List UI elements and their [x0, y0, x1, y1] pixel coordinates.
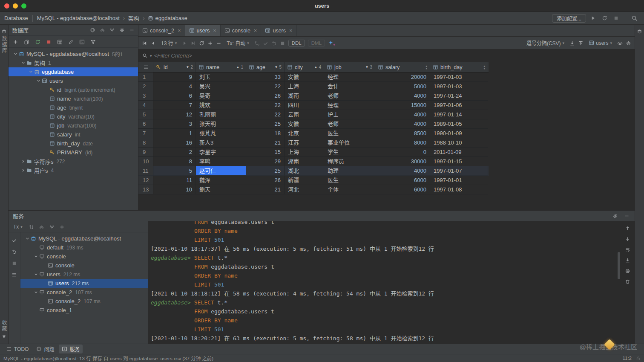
- chevron-down-icon[interactable]: [32, 290, 39, 295]
- minimize-window-button[interactable]: [13, 3, 18, 9]
- globe-icon[interactable]: [90, 27, 95, 33]
- console-scrollbar[interactable]: [617, 221, 621, 344]
- row-number[interactable]: 4: [138, 101, 153, 110]
- tree-item-age[interactable]: age tinyint: [9, 103, 138, 112]
- table-row[interactable]: 512孔丽丽22云南护士40001997-01-14: [138, 110, 489, 119]
- cell-birth_day[interactable]: 1997-01-15: [430, 157, 488, 166]
- ai-assistant-icon[interactable]: [328, 40, 336, 46]
- filter-history-icon[interactable]: ▾: [150, 54, 152, 58]
- add-row-icon[interactable]: [207, 40, 213, 46]
- cell-salary[interactable]: 4000: [375, 119, 430, 129]
- row-number[interactable]: 9: [138, 148, 153, 157]
- expand-all-icon[interactable]: [49, 223, 55, 229]
- cell-city[interactable]: 江苏: [285, 138, 324, 148]
- chevron-down-icon[interactable]: [35, 78, 42, 84]
- cell-birth_day[interactable]: 1988-10-10: [430, 138, 488, 148]
- cell-id[interactable]: 1: [153, 129, 196, 138]
- column-header-age[interactable]: age ▼5: [246, 62, 285, 72]
- console-output[interactable]: FROM eggdatabase.users t ORDER BY name L…: [148, 221, 635, 344]
- chevron-right-icon[interactable]: [20, 159, 26, 164]
- table-row[interactable]: 115赵可仁25湖北助理40001997-01-07: [138, 166, 489, 176]
- row-number[interactable]: 2: [138, 82, 153, 91]
- page-size-dropdown[interactable]: 13 行▾: [159, 38, 179, 47]
- scroll-up-icon[interactable]: [625, 225, 630, 231]
- table-row[interactable]: 47姚欢22四川经理150001997-01-06: [138, 101, 489, 110]
- cell-name[interactable]: 新人3: [196, 138, 246, 148]
- cell-salary[interactable]: 4000: [375, 166, 430, 176]
- cell-city[interactable]: 湖南: [285, 91, 324, 101]
- cell-age[interactable]: 25: [246, 119, 285, 129]
- cell-id[interactable]: 5: [153, 166, 196, 176]
- toolwindow-tab-database-changes[interactable]: [635, 29, 644, 34]
- table-row[interactable]: 92李星宇15上海学生02011-01-09: [138, 148, 489, 157]
- chevron-down-icon[interactable]: [32, 254, 39, 259]
- chevron-down-icon[interactable]: [24, 236, 31, 241]
- tree-item-users[interactable]: users: [9, 76, 138, 85]
- zoom-window-button[interactable]: [21, 3, 26, 9]
- collapse-all-icon[interactable]: [100, 27, 105, 33]
- add-configuration-button[interactable]: 添加配置...: [552, 14, 586, 23]
- cell-age[interactable]: 29: [246, 157, 285, 166]
- table-row[interactable]: 63张天明25安徽老师40001989-01-05: [138, 119, 489, 129]
- cell-job[interactable]: 老师: [324, 119, 375, 129]
- tree-item-id[interactable]: id bigint (auto increment): [9, 85, 138, 94]
- cell-id[interactable]: 2: [153, 148, 196, 157]
- tree-item-console_2[interactable]: console_2 107 ms: [20, 288, 148, 297]
- first-page-icon[interactable]: [142, 40, 147, 46]
- status-message[interactable]: MySQL - eggdatabase@localhost: 13 行 保存 自…: [3, 355, 213, 362]
- view-data-icon[interactable]: [57, 38, 63, 45]
- export-format-dropdown[interactable]: 逗号分隔(CSV)▾: [524, 38, 566, 47]
- row-number[interactable]: 12: [138, 176, 153, 185]
- row-number[interactable]: 11: [138, 166, 153, 176]
- cell-name[interactable]: 李鸣: [196, 157, 246, 166]
- cell-id[interactable]: 11: [153, 176, 196, 185]
- cell-name[interactable]: 刘玉: [196, 72, 246, 82]
- cell-birth_day[interactable]: 1997-01-03: [430, 82, 488, 91]
- cell-city[interactable]: 湖北: [285, 166, 324, 176]
- tree-item-eggdatabase[interactable]: eggdatabase: [9, 67, 138, 76]
- cell-salary[interactable]: 8500: [375, 129, 430, 138]
- cell-id[interactable]: 6: [153, 91, 196, 101]
- tab-console_2[interactable]: console_2 ×: [138, 25, 185, 36]
- hide-panel-icon[interactable]: [129, 27, 135, 33]
- cell-job[interactable]: 助理: [324, 166, 375, 176]
- tree-item-default[interactable]: default 193 ms: [20, 243, 148, 252]
- view-options-eye-icon[interactable]: [617, 40, 623, 46]
- chevron-down-icon[interactable]: [27, 69, 34, 75]
- ddl-button[interactable]: DDL: [288, 40, 305, 46]
- previous-page-icon[interactable]: [150, 40, 156, 46]
- cell-job[interactable]: 医生: [324, 176, 375, 185]
- cell-name[interactable]: 姚欢: [196, 101, 246, 110]
- open-console-icon[interactable]: [79, 38, 85, 45]
- cell-age[interactable]: 22: [246, 110, 285, 119]
- table-row[interactable]: 816新人321江苏事业单位80001988-10-10: [138, 138, 489, 148]
- cell-job[interactable]: 程序员: [324, 157, 375, 166]
- row-number[interactable]: 13: [138, 185, 153, 194]
- breadcrumb-schema[interactable]: eggdatabase: [148, 15, 187, 21]
- close-icon[interactable]: ×: [254, 27, 257, 34]
- cell-birth_day[interactable]: 1997-01-08: [430, 185, 488, 194]
- close-icon[interactable]: ×: [289, 27, 293, 34]
- cell-id[interactable]: 16: [153, 138, 196, 148]
- cell-city[interactable]: 安徽: [285, 72, 324, 82]
- cell-salary[interactable]: 4000: [375, 91, 430, 101]
- row-number[interactable]: 7: [138, 129, 153, 138]
- tree-item-用户s[interactable]: 用户s 4: [9, 166, 138, 175]
- print-icon[interactable]: [625, 267, 630, 274]
- cell-salary[interactable]: 30000: [375, 157, 430, 166]
- cell-age[interactable]: 25: [246, 166, 285, 176]
- cell-job[interactable]: 医生: [324, 129, 375, 138]
- cell-salary[interactable]: 0: [375, 148, 430, 157]
- column-header-salary[interactable]: salary ▴▾: [375, 62, 430, 72]
- refresh-icon[interactable]: [35, 38, 40, 45]
- cell-name[interactable]: 张天明: [196, 119, 246, 129]
- cell-birth_day[interactable]: 1997-01-24: [430, 91, 488, 101]
- cell-job[interactable]: 会计: [324, 82, 375, 91]
- row-number[interactable]: 10: [138, 157, 153, 166]
- close-icon[interactable]: ×: [178, 27, 181, 34]
- cell-id[interactable]: 8: [153, 157, 196, 166]
- cell-birth_day[interactable]: 1997-01-14: [430, 110, 488, 119]
- cell-name[interactable]: 张芃芃: [196, 129, 246, 138]
- cell-age[interactable]: 18: [246, 129, 285, 138]
- next-page-icon[interactable]: [182, 40, 187, 46]
